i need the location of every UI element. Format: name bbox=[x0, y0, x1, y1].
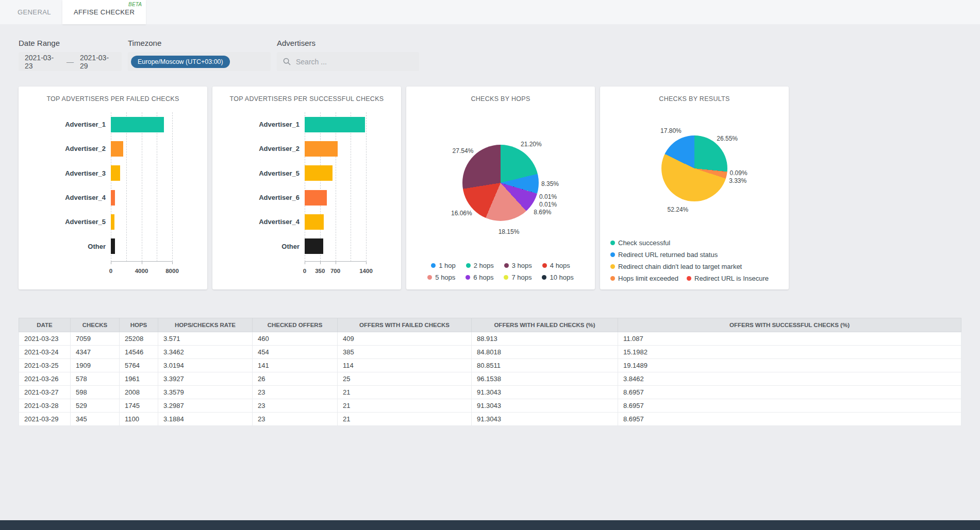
bar-area bbox=[305, 214, 366, 230]
bar-advertiser_2[interactable] bbox=[111, 141, 123, 157]
legend-label: Redirect URL is Insecure bbox=[694, 275, 769, 282]
checks-table: DATECHECKSHOPSHOPS/CHECKS RATECHECKED OF… bbox=[19, 318, 961, 426]
table-cell: 2008 bbox=[120, 386, 158, 399]
bar-advertiser_6[interactable] bbox=[305, 190, 327, 206]
table-cell: 7059 bbox=[71, 332, 120, 346]
date-range-control[interactable]: 2021-03-23 — 2021-03-29 bbox=[19, 52, 122, 71]
legend-item[interactable]: Redirect URL returned bad status bbox=[610, 251, 718, 259]
table-cell: 598 bbox=[71, 386, 120, 399]
legend-item[interactable]: 4 hops bbox=[542, 262, 570, 269]
table-cell: 8.6957 bbox=[618, 386, 961, 399]
table-cell: 3.3462 bbox=[158, 346, 253, 359]
legend-label: Redirect chain didn't lead to target mar… bbox=[618, 263, 742, 270]
pie[interactable] bbox=[462, 145, 539, 221]
bar-advertiser_5[interactable] bbox=[305, 165, 333, 181]
table-cell: 345 bbox=[71, 413, 120, 426]
bar-advertiser_1[interactable] bbox=[305, 117, 365, 132]
legend-item[interactable]: 7 hops bbox=[504, 273, 531, 281]
table-cell: 2021-03-28 bbox=[19, 399, 71, 413]
bar-advertiser_3[interactable] bbox=[111, 165, 120, 181]
bar-category-label: Other bbox=[27, 243, 111, 250]
bar-row: Advertiser_2 bbox=[27, 136, 172, 161]
legend-item[interactable]: 2 hops bbox=[466, 262, 494, 269]
bar-other[interactable] bbox=[305, 238, 323, 254]
bar-category-label: Other bbox=[221, 243, 305, 250]
table-cell: 23 bbox=[253, 386, 338, 399]
table-cell: 88.913 bbox=[472, 332, 618, 346]
date-to: 2021-03-29 bbox=[80, 54, 115, 70]
table-cell: 2021-03-25 bbox=[19, 359, 71, 372]
gridline bbox=[366, 112, 367, 262]
bar-category-label: Advertiser_6 bbox=[221, 194, 305, 201]
legend-item[interactable]: Redirect chain didn't lead to target mar… bbox=[610, 263, 742, 270]
column-header: HOPS/CHECKS RATE bbox=[158, 318, 253, 332]
date-from: 2021-03-23 bbox=[25, 54, 60, 70]
legend-label: Check successful bbox=[618, 239, 670, 247]
bar-row: Advertiser_4 bbox=[221, 210, 366, 234]
table-cell: 14546 bbox=[120, 346, 158, 359]
card-title: CHECKS BY RESULTS bbox=[600, 95, 789, 102]
pie-slice-label: 26.55% bbox=[717, 135, 738, 142]
legend-label: Redirect URL returned bad status bbox=[618, 251, 718, 259]
bar-row: Advertiser_5 bbox=[27, 210, 172, 234]
bar-area bbox=[111, 141, 172, 157]
bar-area bbox=[305, 117, 366, 132]
axis-tick-mark bbox=[336, 262, 336, 264]
pie[interactable] bbox=[661, 135, 727, 201]
bar-advertiser_2[interactable] bbox=[305, 141, 338, 157]
tab-general[interactable]: GENERAL bbox=[6, 0, 62, 24]
bar-category-label: Advertiser_1 bbox=[221, 121, 305, 128]
table-cell: 4347 bbox=[71, 346, 120, 359]
card-title: TOP ADVERTISERS PER SUCCESSFUL CHECKS bbox=[212, 95, 401, 102]
bar-advertiser_5[interactable] bbox=[111, 214, 114, 230]
column-header: OFFERS WITH SUCCESSFUL CHECKS (%) bbox=[618, 318, 961, 332]
legend-dot bbox=[504, 263, 509, 268]
legend-item[interactable]: 10 hops bbox=[542, 273, 573, 281]
bar-advertiser_4[interactable] bbox=[305, 214, 324, 230]
legend-item[interactable]: 1 hop bbox=[431, 262, 456, 269]
legend-item[interactable]: Redirect URL is Insecure bbox=[687, 275, 769, 282]
legend-dot bbox=[610, 276, 615, 281]
table-cell: 529 bbox=[71, 399, 120, 413]
card-successful-checks: TOP ADVERTISERS PER SUCCESSFUL CHECKS Ad… bbox=[212, 87, 401, 289]
bar-area bbox=[111, 165, 172, 181]
bar-rows: Advertiser_1Advertiser_2Advertiser_5Adve… bbox=[221, 112, 366, 259]
table-cell: 1745 bbox=[120, 399, 158, 413]
search-input[interactable] bbox=[295, 57, 413, 66]
pie-slice-label: 21.20% bbox=[521, 141, 542, 148]
table-cell: 96.1538 bbox=[472, 372, 618, 386]
bar-row: Advertiser_2 bbox=[221, 136, 366, 161]
legend-item[interactable]: 3 hops bbox=[504, 262, 532, 269]
footer-bar bbox=[0, 520, 980, 530]
advertisers-search bbox=[277, 52, 419, 71]
legend-item[interactable]: 6 hops bbox=[466, 273, 493, 281]
bar-advertiser_4[interactable] bbox=[111, 190, 115, 206]
beta-badge: BETA bbox=[128, 2, 142, 7]
table-cell: 114 bbox=[338, 359, 472, 372]
axis-tick-mark bbox=[111, 262, 111, 264]
table-cell: 3.3579 bbox=[158, 386, 253, 399]
legend-item[interactable]: 5 hops bbox=[427, 273, 455, 281]
checks-table-wrap: DATECHECKSHOPSHOPS/CHECKS RATECHECKED OF… bbox=[19, 318, 961, 426]
table-row: 2021-03-244347145463.346245438584.801815… bbox=[19, 346, 961, 359]
axis-tick-label: 4000 bbox=[135, 268, 148, 274]
table-row: 2021-03-2934511003.1884232191.30438.6957 bbox=[19, 413, 961, 426]
table-cell: 454 bbox=[253, 346, 338, 359]
timezone-control[interactable]: Europe/Moscow (UTC+03:00) bbox=[128, 52, 271, 71]
tab-affise-checker[interactable]: BETA AFFISE CHECKER bbox=[62, 0, 146, 24]
bar-area bbox=[305, 190, 366, 206]
legend-dot bbox=[610, 241, 615, 245]
legend-dot bbox=[427, 275, 432, 280]
legend-item[interactable]: Check successful bbox=[610, 239, 670, 247]
bar-advertiser_1[interactable] bbox=[111, 117, 164, 132]
table-cell: 2021-03-29 bbox=[19, 413, 71, 426]
table-cell: 2021-03-27 bbox=[19, 386, 71, 399]
gridline bbox=[172, 112, 173, 262]
legend-dot bbox=[466, 275, 470, 280]
legend-item[interactable]: Hops limit exceeded bbox=[610, 275, 678, 282]
legend-label: 1 hop bbox=[439, 262, 456, 269]
bar-other[interactable] bbox=[111, 238, 115, 254]
axis-tick-mark bbox=[305, 262, 305, 264]
tab-bar: GENERAL BETA AFFISE CHECKER bbox=[0, 0, 980, 24]
column-header: HOPS bbox=[120, 318, 158, 332]
